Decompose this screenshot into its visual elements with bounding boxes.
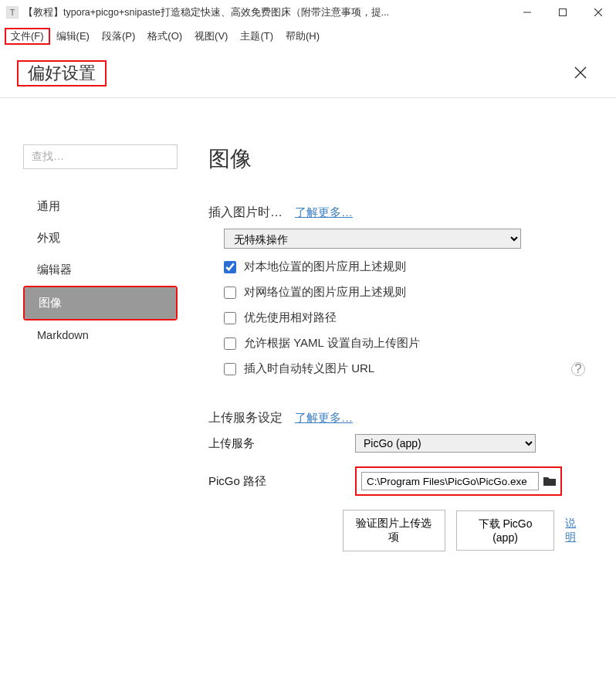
window-close-button[interactable] xyxy=(580,0,616,25)
checkbox-yaml-upload-input[interactable] xyxy=(224,337,236,350)
checkbox-relative-path-label: 优先使用相对路径 xyxy=(244,310,337,325)
search-input[interactable]: 查找… xyxy=(23,144,178,169)
sidebar-item-image[interactable]: 图像 xyxy=(25,287,176,319)
svg-rect-1 xyxy=(560,9,567,16)
menu-help[interactable]: 帮助(H) xyxy=(279,28,326,45)
window-title: 【教程】typora+picgo+snipaste打造稳定快速、高效免费图床（附… xyxy=(23,6,509,19)
menu-format[interactable]: 格式(O) xyxy=(141,28,188,45)
sidebar-item-editor[interactable]: 编辑器 xyxy=(23,254,178,286)
checkbox-network-rule-label: 对网络位置的图片应用上述规则 xyxy=(244,285,406,300)
picgo-path-row: PicGo 路径 xyxy=(208,466,585,496)
window-controls xyxy=(509,0,616,25)
insert-label: 插入图片时… xyxy=(208,205,283,221)
section-heading: 图像 xyxy=(208,144,585,174)
button-row: 验证图片上传选项 下载 PicGo (app) 说明 xyxy=(208,510,585,551)
sidebar-item-general[interactable]: 通用 xyxy=(23,191,178,222)
checkbox-local-rule: 对本地位置的图片应用上述规则 xyxy=(224,259,585,274)
menu-paragraph[interactable]: 段落(P) xyxy=(96,28,141,45)
upload-service-row: 上传服务 PicGo (app) xyxy=(208,434,585,453)
minimize-button[interactable] xyxy=(509,0,545,25)
preferences-body: 查找… 通用 外观 编辑器 图像 Markdown 图像 插入图片时… 了解更多… xyxy=(0,98,616,551)
upload-service-select[interactable]: PicGo (app) xyxy=(355,434,536,453)
checkbox-escape-url-label: 插入时自动转义图片 URL xyxy=(244,361,374,376)
insert-image-row: 插入图片时… 了解更多… xyxy=(208,205,585,221)
maximize-button[interactable] xyxy=(545,0,580,25)
picgo-path-highlight xyxy=(355,466,562,496)
titlebar: T 【教程】typora+picgo+snipaste打造稳定快速、高效免费图床… xyxy=(0,0,616,25)
checkbox-yaml-upload: 允许根据 YAML 设置自动上传图片 xyxy=(224,336,585,351)
close-button[interactable] xyxy=(568,62,593,86)
help-icon[interactable]: ? xyxy=(571,362,585,376)
sidebar-item-appearance[interactable]: 外观 xyxy=(23,222,178,254)
checkbox-network-rule-input[interactable] xyxy=(224,287,236,299)
picgo-path-input[interactable] xyxy=(361,472,539,490)
preferences-header: 偏好设置 xyxy=(0,49,616,98)
upload-heading-row: 上传服务设定 了解更多… xyxy=(208,410,585,426)
folder-icon[interactable] xyxy=(543,476,556,486)
menu-file[interactable]: 文件(F) xyxy=(5,28,50,45)
app-icon: T xyxy=(6,6,19,19)
checkbox-relative-path: 优先使用相对路径 xyxy=(224,310,585,325)
sidebar: 查找… 通用 外观 编辑器 图像 Markdown xyxy=(23,144,178,551)
checkbox-local-rule-input[interactable] xyxy=(224,261,236,273)
checkbox-escape-url-input[interactable] xyxy=(224,363,236,375)
description-link[interactable]: 说明 xyxy=(565,517,585,544)
menubar: 文件(F) 编辑(E) 段落(P) 格式(O) 视图(V) 主题(T) 帮助(H… xyxy=(0,25,616,49)
upload-learn-more-link[interactable]: 了解更多… xyxy=(295,411,353,426)
menu-view[interactable]: 视图(V) xyxy=(188,28,234,45)
checkbox-network-rule: 对网络位置的图片应用上述规则 xyxy=(224,285,585,300)
sidebar-item-markdown[interactable]: Markdown xyxy=(23,320,178,350)
menu-edit[interactable]: 编辑(E) xyxy=(50,28,96,45)
sidebar-item-image-highlight: 图像 xyxy=(23,286,178,320)
insert-action-select[interactable]: 无特殊操作 xyxy=(224,229,521,249)
content-panel: 图像 插入图片时… 了解更多… 无特殊操作 对本地位置的图片应用上述规则 对网络… xyxy=(208,144,593,551)
learn-more-link[interactable]: 了解更多… xyxy=(295,205,353,220)
picgo-path-label: PicGo 路径 xyxy=(208,474,355,489)
download-picgo-button[interactable]: 下载 PicGo (app) xyxy=(456,510,555,551)
checkbox-yaml-upload-label: 允许根据 YAML 设置自动上传图片 xyxy=(244,336,420,351)
upload-service-label: 上传服务 xyxy=(208,436,355,451)
preferences-title: 偏好设置 xyxy=(19,60,105,86)
menu-theme[interactable]: 主题(T) xyxy=(234,28,279,45)
upload-heading: 上传服务设定 xyxy=(208,410,283,426)
verify-upload-button[interactable]: 验证图片上传选项 xyxy=(343,510,445,551)
checkbox-escape-url: 插入时自动转义图片 URL ? xyxy=(224,361,585,376)
checkbox-relative-path-input[interactable] xyxy=(224,312,236,324)
checkbox-local-rule-label: 对本地位置的图片应用上述规则 xyxy=(244,259,406,274)
